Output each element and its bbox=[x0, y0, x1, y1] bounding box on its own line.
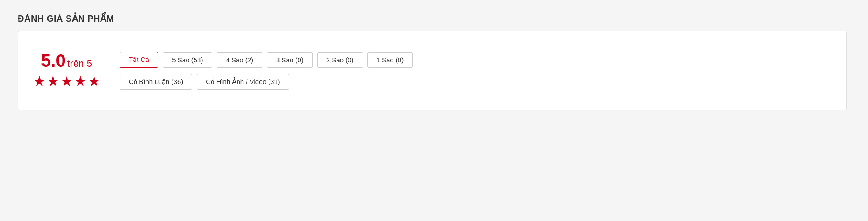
filter-co-binh-luan[interactable]: Có Bình Luận (36) bbox=[120, 74, 192, 90]
rating-out-of: trên 5 bbox=[67, 58, 92, 69]
filter-row-1: Tất Cả 5 Sao (58) 4 Sao (2) 3 Sao (0) 2 … bbox=[120, 52, 833, 68]
star-4: ★ bbox=[74, 73, 87, 90]
filters-area: Tất Cả 5 Sao (58) 4 Sao (2) 3 Sao (0) 2 … bbox=[120, 52, 833, 90]
star-1: ★ bbox=[33, 73, 46, 90]
rating-score: 5.0 bbox=[41, 52, 66, 69]
filter-row-2: Có Bình Luận (36) Có Hình Ảnh / Video (3… bbox=[120, 74, 833, 90]
section-title: ĐÁNH GIÁ SẢN PHẨM bbox=[18, 13, 847, 24]
filter-co-hinh-anh[interactable]: Có Hình Ảnh / Video (31) bbox=[197, 74, 289, 90]
filter-3-sao[interactable]: 3 Sao (0) bbox=[267, 52, 313, 68]
star-5: ★ bbox=[88, 73, 101, 90]
filter-1-sao[interactable]: 1 Sao (0) bbox=[367, 52, 413, 68]
star-2: ★ bbox=[47, 73, 60, 90]
rating-summary: 5.0 trên 5 ★ ★ ★ ★ ★ bbox=[31, 52, 102, 90]
filter-2-sao[interactable]: 2 Sao (0) bbox=[317, 52, 363, 68]
filter-5-sao[interactable]: 5 Sao (58) bbox=[163, 52, 212, 68]
stars-row: ★ ★ ★ ★ ★ bbox=[33, 73, 101, 90]
filter-tat-ca[interactable]: Tất Cả bbox=[120, 52, 158, 68]
rating-score-row: 5.0 trên 5 bbox=[41, 52, 92, 69]
star-3: ★ bbox=[60, 73, 73, 90]
page-container: ĐÁNH GIÁ SẢN PHẨM 5.0 trên 5 ★ ★ ★ ★ ★ T… bbox=[18, 13, 847, 110]
filter-4-sao[interactable]: 4 Sao (2) bbox=[217, 52, 262, 68]
review-box: 5.0 trên 5 ★ ★ ★ ★ ★ Tất Cả 5 Sao (58) 4… bbox=[18, 31, 847, 110]
